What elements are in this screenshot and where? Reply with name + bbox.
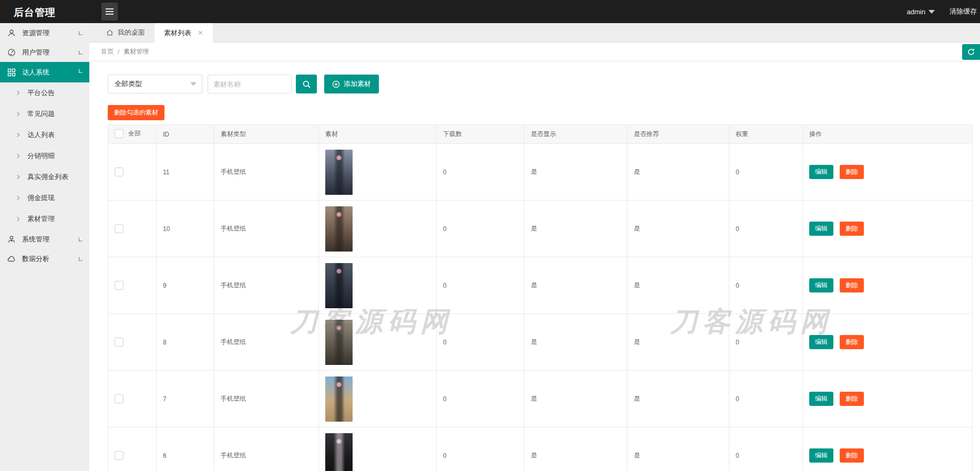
chevron-right-icon [15,217,19,221]
add-material-button[interactable]: 添加素材 [324,75,379,93]
clear-cache-button[interactable]: 清除缓存 [950,7,977,16]
table-row: 7 手机壁纸 0 是 是 0 编辑 删除 [108,371,973,427]
cell-downloads: 0 [437,314,524,371]
grid-icon [7,68,16,77]
add-material-label: 添加素材 [344,79,371,89]
delete-selected-button[interactable]: 删除勾选的素材 [108,105,164,120]
row-checkbox[interactable] [115,281,123,290]
filter-row: 全部类型 添加素材 [108,75,980,93]
tab-material-list[interactable]: 素材列表 ✕ [154,23,213,43]
sidebar-item-user-management[interactable]: 用户管理 [0,43,89,62]
chevron-right-icon [15,154,19,158]
col-header-id: ID [157,125,214,144]
row-checkbox[interactable] [115,394,123,403]
sidebar-subitem-label: 平台公告 [27,88,55,98]
chevron-left-icon [79,237,82,241]
sidebar-subitem-distribution-detail[interactable]: 分销明细 [0,145,89,166]
material-thumbnail[interactable] [325,433,353,471]
cell-weight: 0 [729,257,803,314]
sidebar-subitem-material-management[interactable]: 素材管理 [0,208,89,229]
delete-button[interactable]: 删除 [840,278,864,292]
close-icon[interactable]: ✕ [198,29,203,37]
sidebar-subitem-label: 素材管理 [27,214,55,224]
delete-button[interactable]: 删除 [840,448,864,463]
cell-recommend: 是 [627,314,729,371]
row-checkbox[interactable] [115,451,123,460]
cell-weight: 0 [729,201,803,257]
sidebar-subitem-real-commission-list[interactable]: 真实佣金列表 [0,166,89,187]
plus-circle-icon [332,80,340,88]
cell-recommend: 是 [627,427,729,471]
chevron-left-icon [79,257,82,260]
user-menu[interactable]: admin [907,8,935,16]
table-row: 8 手机壁纸 0 是 是 0 编辑 删除 [108,314,973,371]
table-row: 6 手机壁纸 0 是 是 0 编辑 删除 [108,427,973,471]
row-checkbox[interactable] [115,168,123,176]
refresh-button[interactable] [962,44,980,60]
cell-id: 8 [157,314,214,371]
table-row: 11 手机壁纸 0 是 是 0 编辑 删除 [108,144,973,201]
material-thumbnail[interactable] [325,376,353,422]
cell-type: 手机壁纸 [214,144,319,201]
sidebar-toggle-button[interactable] [101,3,118,20]
edit-button[interactable]: 编辑 [809,222,833,236]
breadcrumb-home[interactable]: 首页 [101,47,114,56]
select-all-checkbox[interactable] [115,129,123,138]
sidebar-item-label: 用户管理 [22,48,49,57]
col-header-visible: 是否显示 [524,125,627,144]
type-select[interactable]: 全部类型 [108,75,202,93]
cell-id: 7 [157,371,214,427]
chevron-right-icon [15,175,19,179]
edit-button[interactable]: 编辑 [809,278,833,292]
user-icon [7,28,16,37]
search-button[interactable] [296,75,317,93]
dashboard-icon [7,48,16,57]
cell-downloads: 0 [437,201,524,257]
delete-button[interactable]: 删除 [840,222,864,236]
cell-weight: 0 [729,427,803,471]
cell-visible: 是 [524,144,627,201]
delete-button[interactable]: 删除 [840,392,864,406]
sidebar-item-talent-system[interactable]: 达人系统 [0,62,89,82]
cell-visible: 是 [524,371,627,427]
cell-recommend: 是 [627,201,729,257]
material-thumbnail[interactable] [325,206,353,252]
col-header-type: 素材类型 [214,125,319,144]
edit-button[interactable]: 编辑 [809,335,833,349]
delete-button[interactable]: 删除 [840,165,864,179]
sidebar-item-label: 达人系统 [22,68,49,77]
sidebar-subitem-label: 分销明细 [27,151,55,161]
material-thumbnail[interactable] [325,150,353,195]
topbar-right: admin 清除缓存 [907,0,977,23]
sidebar-subitem-platform-announcement[interactable]: 平台公告 [0,82,89,103]
cell-id: 11 [157,144,214,201]
edit-button[interactable]: 编辑 [809,392,833,406]
sidebar-item-resource-management[interactable]: 资源管理 [0,23,89,43]
sidebar-subitem-talent-list[interactable]: 达人列表 [0,124,89,145]
material-name-input[interactable] [208,75,292,93]
material-thumbnail[interactable] [325,263,353,308]
col-header-actions: 操作 [803,125,973,144]
sidebar-subitem-commission-withdraw[interactable]: 佣金提现 [0,187,89,208]
table-row: 10 手机壁纸 0 是 是 0 编辑 删除 [108,201,973,257]
breadcrumb-separator: / [118,48,119,56]
material-thumbnail[interactable] [325,320,353,365]
app-title: 后台管理 [14,6,56,19]
refresh-icon [967,48,975,56]
col-header-recommend: 是否推荐 [627,125,729,144]
row-checkbox[interactable] [115,224,123,233]
sidebar-item-data-analysis[interactable]: 数据分析 [0,249,89,268]
cell-recommend: 是 [627,257,729,314]
sidebar-item-system-management[interactable]: 系统管理 [0,229,89,249]
sidebar-subitem-faq[interactable]: 常见问题 [0,103,89,124]
edit-button[interactable]: 编辑 [809,165,833,179]
cell-weight: 0 [729,314,803,371]
delete-button[interactable]: 删除 [840,335,864,349]
col-header-downloads: 下载数 [437,125,524,144]
tab-my-desktop[interactable]: 我的桌面 [97,23,154,42]
row-checkbox[interactable] [115,338,123,347]
username: admin [907,8,925,16]
edit-button[interactable]: 编辑 [809,448,833,463]
cell-downloads: 0 [437,144,524,201]
home-icon [106,29,114,36]
